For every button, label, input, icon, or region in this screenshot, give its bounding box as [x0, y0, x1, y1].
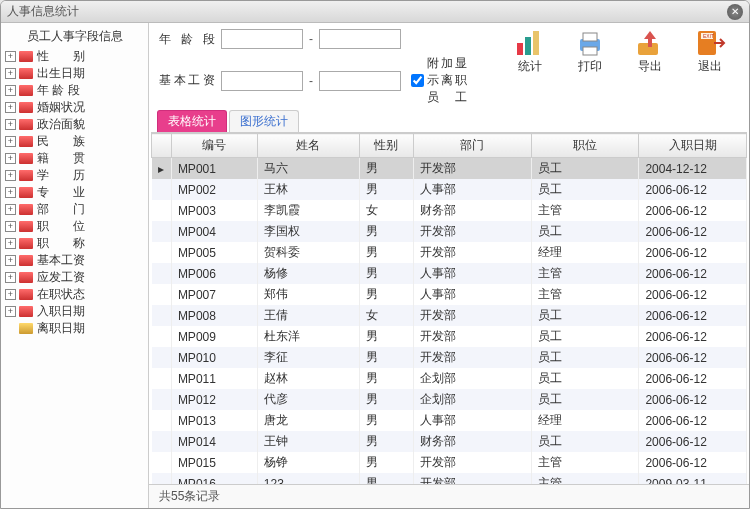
table-row[interactable]: MP002王林男人事部员工2006-06-12 — [152, 179, 747, 200]
tree-label: 民 族 — [37, 133, 85, 150]
table-row[interactable]: MP014王钟男财务部员工2006-06-12 — [152, 431, 747, 452]
column-header[interactable]: 部门 — [413, 134, 531, 158]
expand-icon[interactable]: + — [5, 187, 16, 198]
cell: 2006-06-12 — [639, 221, 747, 242]
titlebar: 人事信息统计 ✕ — [1, 1, 749, 23]
column-header[interactable]: 入职日期 — [639, 134, 747, 158]
cell: 男 — [359, 263, 413, 284]
table-scroll[interactable]: 编号姓名性别部门职位入职日期 ▸MP001马六男开发部员工2004-12-12M… — [151, 132, 747, 484]
expand-icon[interactable]: + — [5, 102, 16, 113]
cell: 主管 — [531, 200, 638, 221]
tree-label: 出生日期 — [37, 65, 85, 82]
cell: 男 — [359, 326, 413, 347]
salary-label: 基本工资 — [159, 72, 215, 89]
expand-icon[interactable]: + — [5, 255, 16, 266]
table-row[interactable]: MP005贺科委男开发部经理2006-06-12 — [152, 242, 747, 263]
cell: 人事部 — [413, 263, 531, 284]
table-row[interactable]: MP006杨修男人事部主管2006-06-12 — [152, 263, 747, 284]
column-header[interactable]: 编号 — [171, 134, 257, 158]
stat-button[interactable]: 统计 — [509, 29, 551, 75]
printer-icon — [574, 29, 606, 57]
expand-icon[interactable]: + — [5, 119, 16, 130]
column-header[interactable]: 职位 — [531, 134, 638, 158]
cell: 男 — [359, 368, 413, 389]
sidebar-header: 员工人事字段信息 — [1, 25, 148, 48]
cell: 赵林 — [257, 368, 359, 389]
tree-item[interactable]: +专 业 — [1, 184, 148, 201]
column-header[interactable] — [152, 134, 172, 158]
expand-icon[interactable]: + — [5, 51, 16, 62]
expand-icon[interactable]: + — [5, 170, 16, 181]
tree-item[interactable]: 离职日期 — [1, 320, 148, 337]
tree-item[interactable]: +职 位 — [1, 218, 148, 235]
salary-to-input[interactable] — [319, 71, 401, 91]
tabs: 表格统计 图形统计 — [149, 108, 749, 132]
tree-item[interactable]: +学 历 — [1, 167, 148, 184]
tab-chart-stats[interactable]: 图形统计 — [229, 110, 299, 132]
expand-icon[interactable]: + — [5, 85, 16, 96]
tree-item[interactable]: +在职状态 — [1, 286, 148, 303]
folder-icon — [19, 238, 33, 249]
table-row[interactable]: MP012代彦男企划部员工2006-06-12 — [152, 389, 747, 410]
tab-table-stats[interactable]: 表格统计 — [157, 110, 227, 132]
expand-icon[interactable]: + — [5, 136, 16, 147]
expand-icon[interactable]: + — [5, 306, 16, 317]
cell: 员工 — [531, 305, 638, 326]
column-header[interactable]: 姓名 — [257, 134, 359, 158]
table-row[interactable]: ▸MP001马六男开发部员工2004-12-12 — [152, 158, 747, 180]
table-row[interactable]: MP003李凯霞女财务部主管2006-06-12 — [152, 200, 747, 221]
cell: 2006-06-12 — [639, 389, 747, 410]
tree-item[interactable]: +年 龄 段 — [1, 82, 148, 99]
expand-icon[interactable]: + — [5, 68, 16, 79]
cell: 企划部 — [413, 389, 531, 410]
table-row[interactable]: MP016123男开发部主管2009-03-11 — [152, 473, 747, 484]
expand-icon[interactable]: + — [5, 289, 16, 300]
cell: 开发部 — [413, 452, 531, 473]
expand-icon[interactable]: + — [5, 272, 16, 283]
tree-item[interactable]: +出生日期 — [1, 65, 148, 82]
show-left-checkbox[interactable]: 附加显示离职员工 — [411, 55, 467, 106]
expand-icon[interactable]: + — [5, 238, 16, 249]
cell: 主管 — [531, 452, 638, 473]
cell: 女 — [359, 305, 413, 326]
tree-item[interactable]: +基本工资 — [1, 252, 148, 269]
tree-item[interactable]: +职 称 — [1, 235, 148, 252]
tree-item[interactable]: +婚姻状况 — [1, 99, 148, 116]
table-row[interactable]: MP015杨铮男开发部主管2006-06-12 — [152, 452, 747, 473]
print-button[interactable]: 打印 — [569, 29, 611, 75]
table-row[interactable]: MP008王倩女开发部员工2006-06-12 — [152, 305, 747, 326]
cell: 2006-06-12 — [639, 431, 747, 452]
close-icon[interactable]: ✕ — [727, 4, 743, 20]
tree-item[interactable]: +民 族 — [1, 133, 148, 150]
show-left-input[interactable] — [411, 74, 424, 87]
tree-item[interactable]: +籍 贯 — [1, 150, 148, 167]
tree-item[interactable]: +应发工资 — [1, 269, 148, 286]
table-row[interactable]: MP013唐龙男人事部经理2006-06-12 — [152, 410, 747, 431]
tree-item[interactable]: +入职日期 — [1, 303, 148, 320]
age-label: 年 龄 段 — [159, 31, 215, 48]
column-header[interactable]: 性别 — [359, 134, 413, 158]
cell: 员工 — [531, 158, 638, 180]
table-row[interactable]: MP011赵林男企划部员工2006-06-12 — [152, 368, 747, 389]
data-table: 编号姓名性别部门职位入职日期 ▸MP001马六男开发部员工2004-12-12M… — [151, 133, 747, 484]
cell: MP010 — [171, 347, 257, 368]
cell: 开发部 — [413, 473, 531, 484]
age-from-input[interactable] — [221, 29, 303, 49]
expand-icon[interactable]: + — [5, 221, 16, 232]
salary-from-input[interactable] — [221, 71, 303, 91]
tree-item[interactable]: +部 门 — [1, 201, 148, 218]
expand-icon[interactable]: + — [5, 204, 16, 215]
tree-item[interactable]: +性 别 — [1, 48, 148, 65]
expand-icon[interactable]: + — [5, 153, 16, 164]
cell: 2006-06-12 — [639, 200, 747, 221]
table-row[interactable]: MP010李征男开发部员工2006-06-12 — [152, 347, 747, 368]
tree-label: 年 龄 段 — [37, 82, 80, 99]
cell: 主管 — [531, 284, 638, 305]
tree-item[interactable]: +政治面貌 — [1, 116, 148, 133]
table-row[interactable]: MP009杜东洋男开发部员工2006-06-12 — [152, 326, 747, 347]
export-button[interactable]: 导出 — [629, 29, 671, 75]
table-row[interactable]: MP004李国权男开发部员工2006-06-12 — [152, 221, 747, 242]
table-row[interactable]: MP007郑伟男人事部主管2006-06-12 — [152, 284, 747, 305]
age-to-input[interactable] — [319, 29, 401, 49]
exit-button[interactable]: EXIT 退出 — [689, 29, 731, 75]
